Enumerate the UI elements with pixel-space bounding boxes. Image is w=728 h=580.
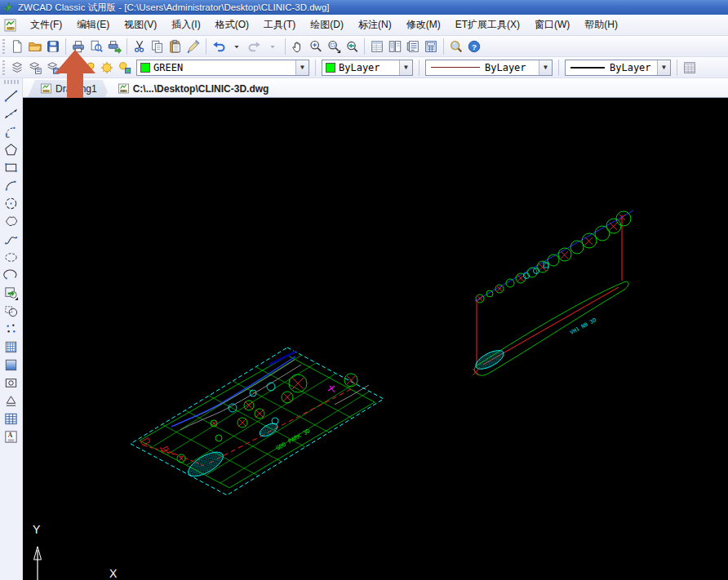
polyline-button[interactable]: [2, 122, 21, 140]
new-file-button[interactable]: [8, 38, 26, 55]
color-select-arrow[interactable]: ▼: [399, 60, 412, 75]
format-painter-button[interactable]: [184, 38, 202, 55]
toolbar-grip[interactable]: [2, 39, 6, 54]
menu-window[interactable]: 窗口(W): [527, 15, 577, 35]
table-button[interactable]: [2, 410, 21, 427]
new-file-icon: [10, 39, 24, 54]
ucs-icon: Y X: [33, 523, 118, 580]
insert-block-button[interactable]: [2, 284, 21, 302]
ellipse-arc-icon: [3, 268, 19, 283]
print-preview-button[interactable]: [87, 38, 105, 55]
tab-label: C:\...\Desktop\CLINIC-3D.dwg: [133, 83, 269, 95]
layer-select-arrow[interactable]: ▼: [295, 60, 309, 75]
ellipse-icon: [3, 250, 19, 265]
menu-draw[interactable]: 绘图(D): [303, 15, 351, 35]
rectangle-button[interactable]: [2, 158, 21, 176]
menu-view[interactable]: 视图(V): [117, 15, 164, 35]
lineweight-select[interactable]: ByLayer ▼: [565, 60, 671, 76]
ellipse-button[interactable]: [2, 248, 21, 266]
hatch-icon: [3, 339, 19, 355]
gradient-icon: [3, 357, 19, 373]
menu-insert[interactable]: 插入(I): [164, 15, 207, 35]
menu-dimension[interactable]: 标注(N): [351, 15, 399, 35]
undo-button[interactable]: [210, 38, 228, 55]
toolbar-separator: [364, 38, 365, 55]
tool-palettes-button[interactable]: [404, 38, 422, 55]
color-select[interactable]: ByLayer ▼: [322, 60, 413, 76]
design-center-button[interactable]: [386, 38, 404, 55]
svg-text:?: ?: [472, 42, 477, 51]
print-button[interactable]: [69, 38, 87, 55]
line-button[interactable]: [2, 86, 21, 104]
layer-translator-button[interactable]: [44, 59, 62, 77]
drawing-viewport[interactable]: GDD PARK 3D: [23, 98, 728, 580]
properties-toolbar: GREEN ▼ ByLayer ▼ ByLayer ▼ ByLayer ▼: [0, 57, 728, 78]
construction-line-button[interactable]: [2, 104, 21, 122]
polygon-icon: [3, 142, 19, 157]
revision-cloud-button[interactable]: [2, 212, 21, 230]
point-button[interactable]: [2, 320, 21, 338]
menu-format[interactable]: 格式(O): [208, 15, 256, 35]
paste-button[interactable]: [166, 38, 184, 55]
save-icon: [46, 39, 60, 54]
gradient-button[interactable]: [2, 356, 21, 374]
arc-button[interactable]: [2, 176, 21, 194]
circle-button[interactable]: [2, 194, 21, 212]
menu-help[interactable]: 帮助(H): [577, 15, 625, 35]
layer-select[interactable]: GREEN ▼: [136, 60, 309, 76]
svg-text:DWG: DWG: [7, 27, 15, 30]
wipeout-button[interactable]: [2, 392, 21, 410]
zoom-realtime-icon: [309, 39, 323, 54]
toolbar-separator: [419, 60, 419, 76]
region-button[interactable]: [2, 374, 21, 392]
layer-properties-manager-button[interactable]: [8, 59, 26, 77]
rectangle-icon: [3, 160, 19, 175]
ellipse-arc-button[interactable]: [2, 266, 21, 284]
toolbar-separator: [127, 38, 127, 55]
lineweight-select-arrow[interactable]: ▼: [657, 60, 670, 75]
undo-dropdown[interactable]: [228, 38, 246, 55]
layer-states-manager-button[interactable]: [26, 59, 44, 77]
menu-file[interactable]: 文件(F): [23, 15, 69, 35]
menu-edit[interactable]: 编辑(E): [69, 15, 117, 35]
lineweight-select-value: ByLayer: [610, 62, 657, 73]
menu-tools[interactable]: 工具(T): [256, 15, 303, 35]
layer-previous-button[interactable]: [98, 59, 116, 77]
zoom-realtime-button[interactable]: [307, 38, 325, 55]
layer-color-swatch: [140, 63, 150, 73]
spline-button[interactable]: [2, 230, 21, 248]
menu-express-tools[interactable]: ET扩展工具(X): [448, 15, 527, 35]
save-button[interactable]: [44, 38, 62, 55]
help-icon: ?: [467, 39, 482, 54]
open-file-button[interactable]: [26, 38, 44, 55]
linetype-select[interactable]: ByLayer ▼: [425, 60, 553, 76]
dwg-file-icon: DWG: [41, 83, 52, 94]
eprint-publish-button[interactable]: [105, 38, 123, 55]
toolbar-grip[interactable]: [4, 80, 19, 84]
properties-palette-button[interactable]: [368, 38, 386, 55]
layer-match-button[interactable]: [116, 59, 134, 77]
redo-button[interactable]: [246, 38, 264, 55]
make-block-button[interactable]: [2, 302, 21, 320]
layer-previous-icon: [100, 60, 114, 75]
polygon-button[interactable]: [2, 140, 21, 158]
hand-icon: [291, 39, 305, 54]
help-button[interactable]: ?: [465, 38, 483, 55]
table-settings-button[interactable]: [681, 59, 699, 77]
zoom-previous-button[interactable]: [343, 38, 361, 55]
toolbar-grip[interactable]: [2, 60, 6, 75]
zoom-window-button[interactable]: [325, 38, 343, 55]
copy-button[interactable]: [149, 38, 166, 55]
pan-button[interactable]: [289, 38, 307, 55]
find-button[interactable]: [447, 38, 465, 55]
cut-button[interactable]: [131, 38, 149, 55]
tab-clinic-3d[interactable]: DWG C:\...\Desktop\CLINIC-3D.dwg: [105, 80, 282, 97]
hatch-button[interactable]: [2, 338, 21, 356]
toolbar-separator: [206, 38, 206, 55]
menu-modify[interactable]: 修改(M): [399, 15, 448, 35]
quick-calculator-button[interactable]: [422, 38, 440, 55]
make-block-icon: [3, 303, 19, 319]
multiline-text-button[interactable]: A: [2, 427, 21, 445]
linetype-select-arrow[interactable]: ▼: [539, 60, 552, 75]
redo-dropdown[interactable]: [264, 38, 282, 55]
